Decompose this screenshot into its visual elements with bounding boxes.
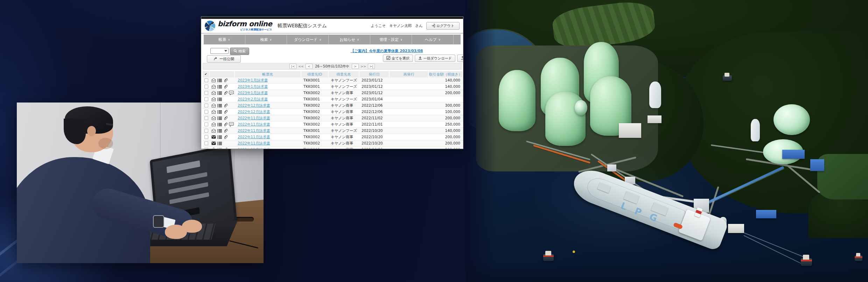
row-checkbox[interactable]	[204, 78, 208, 82]
comment-icon[interactable]	[229, 91, 234, 96]
detail-list-icon[interactable]	[217, 122, 222, 127]
row-checkbox[interactable]	[204, 129, 208, 133]
column-header-issue-date[interactable]: 発行日	[359, 71, 390, 77]
select-all-button[interactable]: 全てを選択	[383, 55, 413, 62]
form-name-link[interactable]: 2022年12月請求書	[235, 110, 270, 114]
page-prev-button[interactable]: <	[306, 64, 313, 69]
attachment-icon[interactable]	[223, 91, 228, 96]
form-name-link[interactable]: 2022年11月請求書	[235, 128, 270, 133]
nav-item-admin[interactable]: 管理・設定∨	[370, 35, 412, 44]
form-name-link[interactable]: 2022年11月請求書	[235, 122, 270, 126]
detail-list-icon[interactable]	[217, 116, 222, 121]
nav-item-search[interactable]: 検索∨	[245, 35, 287, 44]
nav-item-notice[interactable]: お知らせ∨	[329, 35, 370, 44]
form-name-link[interactable]: 2023年2月請求書	[235, 97, 268, 101]
row-checkbox[interactable]	[204, 135, 208, 139]
table-row: 2022年11月請求書TKK0001キヤノンフーズ2022/10/20140,0…	[203, 128, 463, 134]
open-envelope-icon[interactable]	[211, 128, 216, 133]
open-envelope-icon[interactable]	[211, 116, 216, 121]
detail-list-icon[interactable]	[217, 84, 222, 89]
open-envelope-icon[interactable]	[211, 110, 216, 114]
gas-tank	[545, 92, 586, 146]
form-upload-button[interactable]: 帳票	[457, 55, 463, 62]
detail-list-icon[interactable]	[217, 97, 222, 102]
bulk-download-button[interactable]: 一括ダウンロード	[415, 55, 455, 62]
open-envelope-icon[interactable]	[211, 78, 216, 83]
detail-list-icon[interactable]	[217, 91, 222, 96]
page-last-button[interactable]: >|	[368, 64, 375, 69]
column-header-form-name[interactable]: 帳票名	[235, 71, 301, 77]
search-label: 検索	[238, 49, 246, 54]
amount-cell: 200,000	[429, 134, 463, 140]
row-checkbox[interactable]	[204, 104, 208, 107]
column-header-customer-id[interactable]: 得意先ID	[301, 71, 329, 77]
column-header-amount[interactable]: 取引金額（税抜き）	[429, 71, 463, 77]
amount-cell: 200,000	[429, 90, 463, 96]
detail-list-icon[interactable]	[217, 128, 222, 133]
row-checkbox[interactable]	[204, 110, 208, 114]
page-fast-next-button[interactable]: >>	[360, 64, 366, 68]
comment-icon-empty	[229, 103, 234, 108]
open-envelope-icon[interactable]	[211, 97, 216, 102]
bulk-publish-button[interactable]: 一括公開	[207, 55, 241, 63]
form-name-link[interactable]: 2022年11月請求書	[235, 141, 270, 145]
select-all-check-header[interactable]: ✔	[203, 71, 210, 77]
page-first-button[interactable]: |<	[289, 64, 296, 69]
person-hand	[182, 220, 202, 233]
open-envelope-icon[interactable]	[211, 91, 216, 96]
comment-icon-empty	[229, 97, 234, 102]
column-header-customer-name[interactable]: 得意先名	[329, 71, 359, 77]
form-name-link[interactable]: 2022年12月請求書	[235, 103, 270, 107]
form-name-link[interactable]: 2022年11月請求書	[235, 135, 270, 139]
form-name-link[interactable]: 2023年1月請求書	[235, 91, 268, 95]
detail-list-icon[interactable]	[217, 103, 222, 108]
attachment-icon[interactable]	[223, 128, 228, 133]
logout-label: ログアウト	[436, 23, 454, 28]
detail-list-icon[interactable]	[217, 78, 222, 83]
row-checkbox[interactable]	[204, 122, 208, 126]
customer-id-cell: TKK0002	[301, 109, 329, 115]
form-name-link[interactable]: 2022年11月請求書	[235, 116, 270, 120]
horizontal-scrollbar[interactable]: ◂ ▸	[203, 148, 462, 149]
comment-icon-empty	[229, 78, 234, 83]
attachment-icon[interactable]	[223, 122, 228, 127]
notice-link[interactable]: 【ご案内】今年度の夏季休業 2023/03/08	[341, 49, 432, 54]
row-checkbox[interactable]	[204, 85, 208, 89]
page-fast-prev-button[interactable]: <<	[298, 64, 304, 68]
form-name-link[interactable]: 2023年1月請求書	[235, 78, 268, 82]
attachment-icon[interactable]	[223, 78, 228, 83]
blue-roof-building	[782, 150, 805, 159]
open-envelope-icon[interactable]	[211, 103, 216, 108]
closed-envelope-icon[interactable]	[211, 135, 216, 140]
nav-item-help[interactable]: ヘルプ∨	[412, 35, 454, 44]
app-header: bizform online ビジネス帳票配信サービス 帳票WEB配信システム …	[201, 19, 463, 34]
form-name-link[interactable]: 2023年1月請求書	[235, 84, 268, 89]
open-envelope-icon[interactable]	[211, 122, 216, 127]
page-next-button[interactable]: >	[352, 64, 359, 69]
attachment-icon[interactable]	[223, 116, 228, 121]
closed-envelope-icon[interactable]	[211, 141, 216, 146]
nav-item-forms[interactable]: 帳票∨	[204, 35, 245, 44]
nav-item-download[interactable]: ダウンロード∨	[287, 35, 329, 44]
row-checkbox[interactable]	[204, 97, 208, 101]
detail-list-icon[interactable]	[217, 141, 222, 146]
column-header-reissue[interactable]: 再発行	[390, 71, 429, 77]
chevron-down-icon	[224, 50, 227, 52]
row-checkbox[interactable]	[204, 141, 208, 145]
attachment-icon[interactable]	[223, 110, 228, 114]
attachment-icon[interactable]	[223, 103, 228, 108]
customer-name-cell: キヤノン商事	[329, 115, 359, 121]
row-checkbox[interactable]	[204, 116, 208, 120]
attachment-icon[interactable]	[223, 135, 228, 140]
tugboat	[855, 255, 862, 261]
attachment-icon[interactable]	[223, 84, 228, 89]
search-category-select[interactable]	[210, 48, 229, 54]
open-envelope-icon[interactable]	[211, 84, 216, 89]
comment-icon[interactable]	[229, 122, 234, 127]
detail-list-icon[interactable]	[217, 110, 222, 114]
detail-list-icon[interactable]	[217, 135, 222, 140]
search-button[interactable]: 検索	[230, 48, 249, 55]
row-checkbox[interactable]	[204, 91, 208, 95]
logout-button[interactable]: ログアウト	[426, 22, 460, 30]
issue-date-cell: 2022/11/01	[359, 121, 390, 127]
